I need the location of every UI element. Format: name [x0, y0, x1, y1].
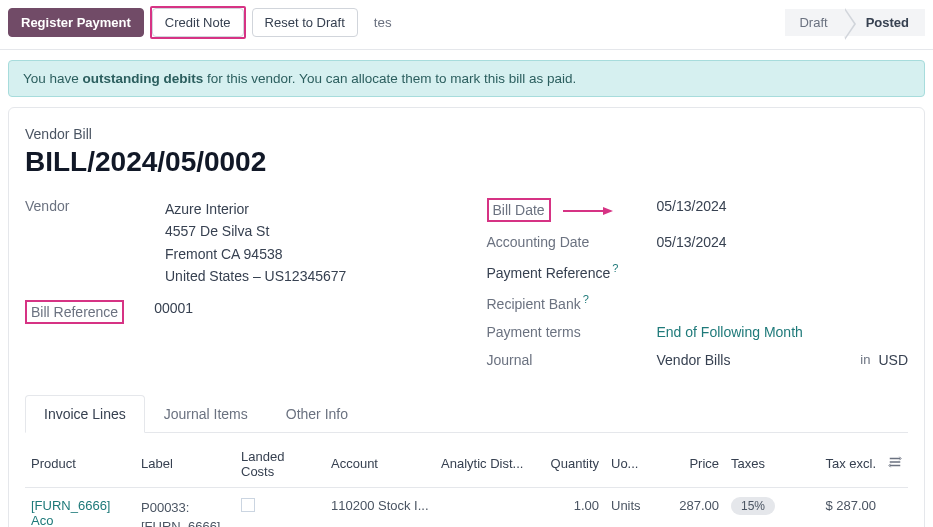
bill-reference-field: Bill Reference 00001: [25, 294, 447, 330]
col-landed[interactable]: Landed Costs: [235, 439, 325, 488]
bill-date-label-wrap: Bill Date: [487, 198, 657, 222]
document-type: Vendor Bill: [25, 126, 908, 142]
vendor-name-link[interactable]: Azure Interior: [165, 198, 346, 220]
recipient-bank-label: Recipient Bank?: [487, 293, 657, 312]
tab-invoice-lines[interactable]: Invoice Lines: [25, 395, 145, 433]
alert-post: for this vendor. You can allocate them t…: [203, 71, 576, 86]
bill-reference-value[interactable]: 00001: [154, 300, 193, 316]
right-column: Bill Date 05/13/2024 Accounting Date 05/…: [487, 192, 909, 374]
tes-button[interactable]: tes: [364, 9, 402, 36]
table-row[interactable]: [FURN_6666] Aco P00033: [FURN_6666] Acou…: [25, 487, 908, 527]
accounting-date-label: Accounting Date: [487, 234, 657, 250]
tab-journal-items[interactable]: Journal Items: [145, 395, 267, 433]
journal-value-wrap: Vendor Bills in USD: [657, 352, 909, 368]
price-cell[interactable]: 287.00: [655, 487, 725, 527]
account-cell[interactable]: 110200 Stock I...: [325, 487, 435, 527]
status-posted[interactable]: Posted: [844, 9, 925, 36]
vendor-label: Vendor: [25, 198, 165, 214]
col-options[interactable]: [882, 439, 908, 488]
bill-date-field: Bill Date 05/13/2024: [487, 192, 909, 228]
payment-terms-label: Payment terms: [487, 324, 657, 340]
reset-to-draft-button[interactable]: Reset to Draft: [252, 8, 358, 37]
col-taxes[interactable]: Taxes: [725, 439, 785, 488]
credit-note-highlight: Credit Note: [150, 6, 246, 39]
arrow-icon: [563, 206, 613, 216]
landed-cell[interactable]: [235, 487, 325, 527]
accounting-date-field: Accounting Date 05/13/2024: [487, 228, 909, 256]
product-cell[interactable]: [FURN_6666] Aco: [31, 498, 110, 528]
vendor-value: Azure Interior 4557 De Silva St Fremont …: [165, 198, 346, 288]
journal-in-label: in: [860, 352, 870, 367]
col-tax-excl[interactable]: Tax excl.: [785, 439, 882, 488]
invoice-lines-table: Product Label Landed Costs Account Analy…: [25, 439, 908, 528]
tabs: Invoice Lines Journal Items Other Info: [25, 394, 908, 433]
payment-reference-label: Payment Reference?: [487, 262, 657, 281]
document-title: BILL/2024/05/0002: [25, 146, 908, 178]
accounting-date-value[interactable]: 05/13/2024: [657, 234, 727, 250]
bill-reference-label: Bill Reference: [25, 300, 124, 324]
col-product[interactable]: Product: [25, 439, 135, 488]
status-draft[interactable]: Draft: [785, 9, 843, 36]
tax-pill[interactable]: 15%: [731, 497, 775, 515]
toolbar: Register Payment Credit Note Reset to Dr…: [0, 0, 933, 50]
col-account[interactable]: Account: [325, 439, 435, 488]
left-column: Vendor Azure Interior 4557 De Silva St F…: [25, 192, 447, 374]
table-header-row: Product Label Landed Costs Account Analy…: [25, 439, 908, 488]
col-price[interactable]: Price: [655, 439, 725, 488]
bill-reference-label-wrap: Bill Reference: [25, 300, 124, 324]
alert-pre: You have: [23, 71, 83, 86]
help-icon[interactable]: ?: [612, 262, 618, 274]
col-quantity[interactable]: Quantity: [535, 439, 605, 488]
form-columns: Vendor Azure Interior 4557 De Silva St F…: [25, 192, 908, 374]
recipient-bank-field: Recipient Bank?: [487, 287, 909, 318]
payment-reference-field: Payment Reference?: [487, 256, 909, 287]
svg-marker-1: [603, 207, 613, 215]
journal-currency[interactable]: USD: [878, 352, 908, 368]
uom-cell[interactable]: Units: [605, 487, 655, 527]
vendor-addr-line1: 4557 De Silva St: [165, 220, 346, 242]
alert-bold: outstanding debits: [83, 71, 204, 86]
analytic-cell[interactable]: [435, 487, 535, 527]
col-label[interactable]: Label: [135, 439, 235, 488]
journal-field: Journal Vendor Bills in USD: [487, 346, 909, 374]
bill-date-value[interactable]: 05/13/2024: [657, 198, 727, 214]
label-cell[interactable]: P00033: [FURN_6666] Acoustic Bloc Screen…: [135, 487, 235, 527]
form-sheet: Vendor Bill BILL/2024/05/0002 Vendor Azu…: [8, 107, 925, 527]
journal-label: Journal: [487, 352, 657, 368]
vendor-addr-line2: Fremont CA 94538: [165, 243, 346, 265]
tax-excl-cell: $ 287.00: [785, 487, 882, 527]
bill-date-label: Bill Date: [487, 198, 551, 222]
outstanding-debits-alert: You have outstanding debits for this ven…: [8, 60, 925, 97]
vendor-addr-line3: United States – US12345677: [165, 265, 346, 287]
status-bar: Draft Posted: [785, 9, 925, 36]
col-uom[interactable]: Uo...: [605, 439, 655, 488]
register-payment-button[interactable]: Register Payment: [8, 8, 144, 37]
tab-other-info[interactable]: Other Info: [267, 395, 367, 433]
payment-terms-value[interactable]: End of Following Month: [657, 324, 803, 340]
credit-note-button[interactable]: Credit Note: [152, 8, 244, 37]
landed-checkbox[interactable]: [241, 498, 255, 512]
col-analytic[interactable]: Analytic Dist...: [435, 439, 535, 488]
columns-options-icon: [888, 455, 902, 469]
journal-value[interactable]: Vendor Bills: [657, 352, 853, 368]
quantity-cell[interactable]: 1.00: [535, 487, 605, 527]
vendor-field: Vendor Azure Interior 4557 De Silva St F…: [25, 192, 447, 294]
help-icon[interactable]: ?: [583, 293, 589, 305]
taxes-cell[interactable]: 15%: [725, 487, 785, 527]
payment-terms-field: Payment terms End of Following Month: [487, 318, 909, 346]
